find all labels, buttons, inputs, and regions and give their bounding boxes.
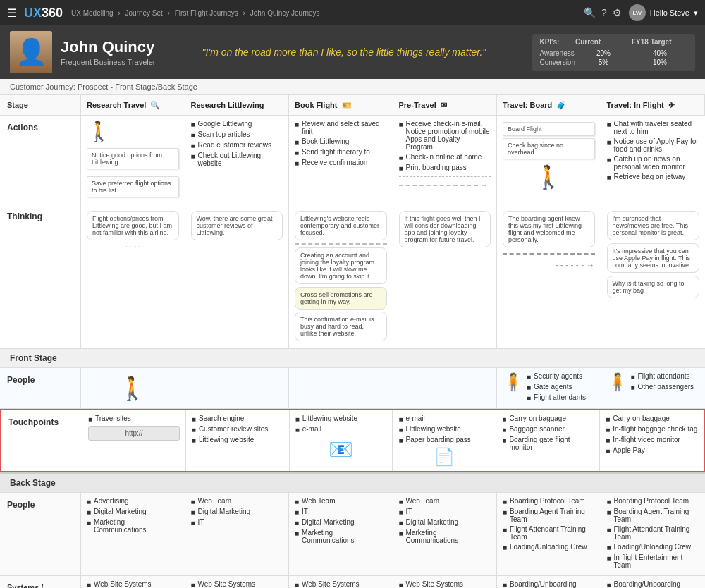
front-people-cell-4 <box>393 368 498 408</box>
research-littlewing-label: Research Littlewing <box>191 101 264 109</box>
stage-research-travel: Research Travel 🔍 <box>81 95 185 115</box>
top-navigation: ☰ UX360 UX Modelling › Journey Set › Fir… <box>0 0 705 25</box>
front-people-cell-6: 🧍 ■Flight attendants ■Other passengers <box>601 368 706 408</box>
systems-label: Systems /Processes <box>0 576 81 588</box>
stage-label: Stage <box>0 95 81 115</box>
stage-pre-travel: Pre-Travel ✉ <box>393 95 498 115</box>
actions-cell-book-flight: ■Review and select saved finit ■Book Lit… <box>289 116 393 204</box>
thought-5: The boarding agent knew this was my firs… <box>503 211 595 247</box>
stage-travel-inflight: Travel: In Flight ✈ <box>601 95 706 115</box>
thinking-cell-2: Wow, there are some great customer revie… <box>185 204 290 348</box>
kpi-conversion-label: Conversion <box>539 59 575 66</box>
systems-cell-1: ■Web Site Systems <box>81 576 185 588</box>
thought-6a: I'm surprised that news/movies are free.… <box>607 211 700 240</box>
touchpoints-cell-4: ■e-mail ■Littlewing website ■Paper board… <box>393 410 496 471</box>
travel-inflight-label: Travel: In Flight <box>607 101 664 109</box>
main-content: Stage Research Travel 🔍 Research Littlew… <box>0 95 705 588</box>
user-greeting: Hello Steve <box>650 8 689 17</box>
check-bag-note: Check bag since no overhead <box>503 138 595 159</box>
help-icon[interactable]: ? <box>601 7 607 18</box>
travel-board-label: Travel: Board <box>503 101 552 109</box>
avatar: LW <box>629 4 646 21</box>
actions-cell-research-travel: 🚶 Notice good options from Littlewing Sa… <box>81 116 185 204</box>
touchpoints-cell-1: ■Travel sites http:// <box>82 410 186 471</box>
actions-label: Actions <box>0 116 81 204</box>
bs-people-cell-6: ■Boarding Protocol Team ■Boarding Agent … <box>601 493 706 575</box>
kpi-awareness-target: 40% <box>632 49 688 57</box>
actions-row: Actions 🚶 Notice good options from Littl… <box>0 116 705 204</box>
thinking-cell-1: Flight options/prices from Littlewing ar… <box>81 204 185 348</box>
research-travel-label: Research Travel <box>87 101 146 109</box>
stage-research-littlewing: Research Littlewing <box>185 95 290 115</box>
thought-3b: Creating an account and joining the loya… <box>295 247 387 284</box>
thought-3c: Cross-sell promotions are getting in my … <box>295 287 387 310</box>
kpi-header: KPI's: Current FY18 Target <box>539 38 688 46</box>
front-people-cell-5: 🧍 ■Security agents ■Gate agents ■Flight … <box>497 368 601 408</box>
persona-header: John Quincy Frequent Business Traveler "… <box>0 25 705 79</box>
plane-icon: ✈ <box>668 101 675 110</box>
systems-cell-4: ■Web Site Systems ■Customer E-mail Gener… <box>393 576 498 588</box>
kpi-conversion-target: 10% <box>632 59 688 66</box>
backstage-people-label: People <box>0 493 81 575</box>
front-people-cell-1: 🚶 <box>81 368 185 408</box>
front-people-cell-3 <box>289 368 393 408</box>
sticky-note-2: Save preferred flight options to his lis… <box>87 176 179 197</box>
front-stage-divider: Front Stage <box>0 348 705 368</box>
front-people-cell-2 <box>185 368 290 408</box>
thought-3d: This confirmation e-mail is busy and har… <box>295 312 387 341</box>
kpi-block: KPI's: Current FY18 Target Awareness 20%… <box>532 34 695 71</box>
persona-photo <box>10 31 52 73</box>
persona-name-block: John Quincy Frequent Business Traveler <box>61 38 156 66</box>
actions-cell-travel-board: Board Flight Check bag since no overhead… <box>497 116 601 204</box>
thought-2: Wow, there are some great customer revie… <box>191 211 283 240</box>
thought-3a: Littlewing's website feels contemporary … <box>295 211 387 240</box>
journey-label-text: Customer Journey: Prospect - Front Stage… <box>10 82 197 91</box>
kpi-conversion-current: 5% <box>575 59 632 66</box>
kpi-target-header: FY18 Target <box>632 38 688 46</box>
user-info[interactable]: LW Hello Steve ▾ <box>629 4 698 21</box>
systems-cell-5: ■Boarding/Unboarding Protocols <box>497 576 601 588</box>
email-icon: ✉ <box>441 101 447 110</box>
book-flight-label: Book Flight <box>295 101 338 109</box>
board-flight-note: Board Flight <box>503 122 595 136</box>
thought-4: If this flight goes well then I will con… <box>399 211 491 247</box>
touchpoints-cell-2: ■Search engine ■Customer review sites ■L… <box>186 410 290 471</box>
touchpoints-cell-5: ■Carry-on baggage ■Baggage scanner ■Boar… <box>496 410 600 471</box>
nav-icons: 🔍 ? ⚙ <box>584 7 622 18</box>
persona-name: John Quincy <box>61 38 156 56</box>
thinking-row: Thinking Flight options/prices from Litt… <box>0 204 705 348</box>
search-icon[interactable]: 🔍 <box>584 7 596 18</box>
thinking-cell-5: The boarding agent knew this was my firs… <box>497 204 601 348</box>
settings-icon[interactable]: ⚙ <box>613 7 622 18</box>
backstage-label: Back Stage <box>10 478 56 488</box>
logo: UX360 <box>24 6 63 20</box>
ticket-icon: 🎫 <box>342 101 352 110</box>
systems-row: Systems /Processes ■Web Site Systems ■We… <box>0 576 705 588</box>
kpi-row-conversion: Conversion 5% 10% <box>539 58 688 67</box>
kpi-row-awareness: Awareness 20% 40% <box>539 49 688 58</box>
touchpoints-label: Touchpoints <box>1 410 82 471</box>
hamburger-icon[interactable]: ☰ <box>7 6 17 20</box>
actions-cell-pre-travel: ■Receive check-in e-mail. Notice promoti… <box>393 116 498 204</box>
kpi-awareness-label: Awareness <box>539 49 575 57</box>
bs-people-cell-3: ■Web Team ■IT ■Digital Marketing ■Market… <box>289 493 393 575</box>
thinking-cell-6: I'm surprised that news/movies are free.… <box>601 204 706 348</box>
luggage-icon: 🧳 <box>556 101 566 110</box>
touchpoints-cell-6: ■Carry-on baggage ■In-flight baggage che… <box>600 410 704 471</box>
thinking-cell-4: If this flight goes well then I will con… <box>393 204 498 348</box>
thinking-label: Thinking <box>0 204 81 348</box>
bs-people-cell-5: ■Boarding Protocol Team ■Boarding Agent … <box>497 493 601 575</box>
chevron-down-icon[interactable]: ▾ <box>694 8 698 18</box>
travel-sites-icon: http:// <box>88 426 180 441</box>
persona-title: Frequent Business Traveler <box>61 58 156 66</box>
kpi-awareness-current: 20% <box>575 49 632 57</box>
thought-1: Flight options/prices from Littlewing ar… <box>87 211 179 240</box>
actions-cell-inflight: ■Chat with traveler seated next to him ■… <box>601 116 706 204</box>
thought-6c: Why is it taking so long to get my bag <box>607 276 700 298</box>
touchpoints-row: Touchpoints ■Travel sites http:// ■Searc… <box>0 409 705 472</box>
stage-book-flight: Book Flight 🎫 <box>289 95 393 115</box>
front-people-label: People <box>0 368 81 408</box>
touchpoints-cell-3: ■Littlewing website ■e-mail 📧 <box>290 410 393 471</box>
bs-people-cell-1: ■Advertising ■Digital Marketing ■Marketi… <box>81 493 185 575</box>
pre-travel-label: Pre-Travel <box>399 101 436 109</box>
